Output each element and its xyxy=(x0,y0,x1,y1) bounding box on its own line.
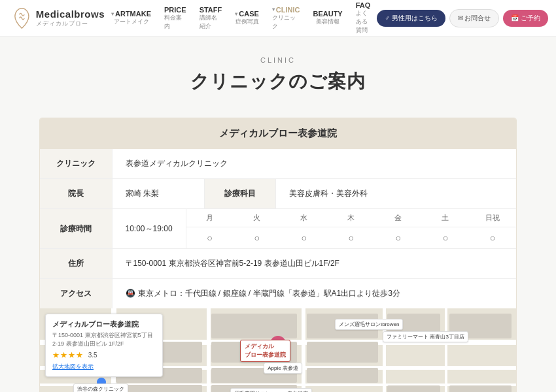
nav-faq[interactable]: FAQ よくある質問 xyxy=(349,1,377,35)
circle-wed: ○ xyxy=(281,227,328,248)
hours-time: 10:00～19:00 xyxy=(113,209,186,248)
page-label: CLINIC xyxy=(39,56,517,64)
header: Medicalbrows メディカルブロー ▾ARTMAKE アートメイク PR… xyxy=(0,0,556,37)
map-label-familymart: ファミリーマート 南青山3丁目店 xyxy=(383,331,468,342)
map-rating: 3.5 xyxy=(88,351,97,359)
clinic-value: 表参道メディカルクリニック xyxy=(112,149,516,179)
circle-fri: ○ xyxy=(375,227,422,248)
logo[interactable]: Medicalbrows メディカルブロー xyxy=(13,7,105,30)
main-content: CLINIC クリニックのご案内 メディカルブロー表参道院 クリニック 表参道メ… xyxy=(0,37,556,392)
circle-tue: ○ xyxy=(234,227,281,248)
logo-icon xyxy=(13,7,31,30)
day-tue: 火 xyxy=(234,209,281,227)
address-value: 〒150-0001 東京都渋谷区神宮前5-2-19 表参道山田ビル1F/2F xyxy=(112,249,516,279)
day-mon: 月 xyxy=(186,209,234,227)
nav-beauty[interactable]: BEAUTY 美容情報 xyxy=(306,10,349,26)
director-value: 家崎 朱梨 xyxy=(113,179,204,208)
nav-artmake[interactable]: ▾ARTMAKE アートメイク xyxy=(105,10,158,26)
address-label: 住所 xyxy=(40,249,112,279)
map-label-ibrown: メンズ眉毛サロンibrowen xyxy=(335,319,403,330)
logo-sub-text: メディカルブロー xyxy=(36,20,105,28)
main-nav: ▾ARTMAKE アートメイク PRICE 料金案内 STAFF 講師名紹介 ▾… xyxy=(105,1,377,35)
director-row: 院長 家崎 朱梨 診療科目 美容皮膚科・美容外科 xyxy=(40,179,516,209)
nav-price[interactable]: PRICE 料金案内 xyxy=(158,6,193,31)
road-v3 xyxy=(302,308,305,392)
specialty-label: 診療科目 xyxy=(204,179,276,208)
reservation-button[interactable]: 📅 ご予約 xyxy=(503,10,548,27)
header-buttons: ♂ 男性用はこちら ✉ お問合せ 📅 ご予約 xyxy=(377,9,548,27)
map-info-box[interactable]: メディカルブロー表参道院 〒150-0001 東京都渋谷区神宮前5丁目2-19 … xyxy=(45,314,163,377)
day-fri: 金 xyxy=(375,209,422,227)
map-info-addr: 〒150-0001 東京都渋谷区神宮前5丁目2-19 表参道山田ビル 1F/2F xyxy=(52,331,156,348)
director-label: 院長 xyxy=(40,179,112,209)
map-view-larger[interactable]: 拡大地図を表示 xyxy=(52,363,156,371)
address-row: 住所 〒150-0001 東京都渋谷区神宮前5-2-19 表参道山田ビル1F/2… xyxy=(40,249,516,279)
access-value: 東京メトロ：千代田線 / 銀座線 / 半蔵門線「表参道」駅A1出口より徒歩3分 xyxy=(138,289,400,298)
specialty-value: 美容皮膚科・美容外科 xyxy=(276,179,381,208)
nav-clinic[interactable]: ▾CLINIC クリニック xyxy=(266,6,307,31)
day-sat: 土 xyxy=(422,209,469,227)
access-row: アクセス 🚇東京メトロ：千代田線 / 銀座線 / 半蔵門線「表参道」駅A1出口よ… xyxy=(40,279,516,309)
map-info-title: メディカルブロー表参道院 xyxy=(52,319,156,329)
hours-days: 月 火 水 木 金 土 日祝 ○ ○ ○ xyxy=(186,209,516,248)
nav-staff[interactable]: STAFF 講師名紹介 xyxy=(193,6,229,31)
map-background: メディカルブロー表参道院 〒150-0001 東京都渋谷区神宮前5丁目2-19 … xyxy=(40,308,516,392)
clinic-label: クリニック xyxy=(40,149,112,179)
hours-row: 診療時間 10:00～19:00 月 火 水 木 金 土 xyxy=(40,209,516,249)
inquiry-button[interactable]: ✉ お問合せ xyxy=(449,9,500,27)
map-label-mood: 眉毛専門サロンMood. 表参道店 xyxy=(230,388,311,392)
clinic-table: クリニック 表参道メディカルクリニック 院長 家崎 朱梨 診療科目 美容皮膚科・… xyxy=(40,149,516,308)
nav-case[interactable]: ▾CASE 症例写真 xyxy=(228,10,266,26)
circle-sun: ○ xyxy=(469,227,516,248)
map-label-shibuya-clinic: 渋谷の森クリニック xyxy=(73,384,128,392)
map-block-7 xyxy=(211,314,297,338)
day-wed: 水 xyxy=(281,209,328,227)
map-pin-label: メディカルブロー表参道院 xyxy=(240,340,290,362)
clinic-name-row: クリニック 表参道メディカルクリニック xyxy=(40,149,516,179)
hours-label: 診療時間 xyxy=(40,209,112,249)
clinic-section: メディカルブロー表参道院 クリニック 表参道メディカルクリニック 院長 家崎 朱… xyxy=(39,118,517,392)
day-thu: 木 xyxy=(328,209,375,227)
road-v5 xyxy=(445,308,447,392)
road-v2 xyxy=(207,308,211,392)
map-block-14 xyxy=(449,385,512,392)
access-label: アクセス xyxy=(40,279,112,309)
map-label-apple: Apple 表参道 xyxy=(264,363,302,374)
circle-mon: ○ xyxy=(186,227,234,248)
day-sun: 日祝 xyxy=(469,209,516,227)
map-block-11 xyxy=(116,385,201,392)
page-title: クリニックのご案内 xyxy=(39,69,517,94)
map-stars: ★★★★ xyxy=(52,351,84,359)
circle-sat: ○ xyxy=(422,227,469,248)
map-container[interactable]: メディカルブロー表参道院 〒150-0001 東京都渋谷区神宮前5丁目2-19 … xyxy=(40,308,516,392)
clinic-section-title: メディカルブロー表参道院 xyxy=(40,118,516,149)
map-block-3 xyxy=(307,342,378,363)
circle-thu: ○ xyxy=(328,227,375,248)
map-block-13 xyxy=(387,385,440,392)
logo-main-text: Medicalbrows xyxy=(36,8,105,20)
men-button[interactable]: ♂ 男性用はこちら xyxy=(377,10,445,27)
metro-icon: 🚇 xyxy=(126,289,135,298)
map-block-6 xyxy=(307,368,378,382)
